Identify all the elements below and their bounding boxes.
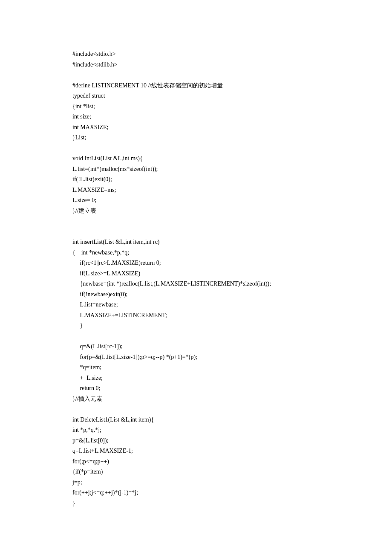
code-line: typedef struct <box>72 91 320 101</box>
code-line: int DeleteList1(List &L,int item){ <box>72 415 320 425</box>
code-line: ++L.size; <box>72 373 320 384</box>
code-line: {int *list; <box>72 101 320 112</box>
code-line: }List; <box>72 133 320 143</box>
code-line <box>72 227 320 237</box>
code-line: } <box>72 321 320 331</box>
code-line: j=p; <box>72 477 320 488</box>
code-line: L.MAXSIZE+=LISTINCREMENT; <box>72 310 320 321</box>
code-line: {if(*p=item) <box>72 467 320 477</box>
code-line: {newbase=(int *)realloc(L.list,(L.MAXSIZ… <box>72 279 320 289</box>
code-line: if(L.size>=L.MAXSIZE) <box>72 269 320 279</box>
code-line: if(!newbase)exit(0); <box>72 289 320 300</box>
code-line: int *p,*q,*j; <box>72 425 320 436</box>
code-line: for(p=&(L.list[L.size-1]);p>=q;--p) *(p+… <box>72 352 320 363</box>
code-line: { int *newbase,*p,*q; <box>72 248 320 258</box>
code-block: #include<stdio.h>#include<stdlib.h> #def… <box>72 49 320 509</box>
code-line <box>72 216 320 227</box>
code-line: return 0; <box>72 383 320 394</box>
code-line <box>72 404 320 415</box>
code-line: int MAXSIZE; <box>72 122 320 133</box>
code-line: }//插入元素 <box>72 394 320 405</box>
code-line <box>72 143 320 154</box>
code-line: if(rc<1||rc>L.MAXSIZE)return 0; <box>72 258 320 269</box>
code-line: L.MAXSIZE=ms; <box>72 185 320 196</box>
code-line <box>72 70 320 81</box>
code-line: }//建立表 <box>72 206 320 217</box>
code-line: q=&(L.list[rc-1]); <box>72 341 320 352</box>
code-line: p=&(L.list[0]); <box>72 436 320 446</box>
code-line: *q=item; <box>72 362 320 373</box>
code-line: for(;p<=q;p++) <box>72 457 320 467</box>
code-line: for(++j;j<=q;++j)*(j-1)=*j; <box>72 488 320 498</box>
code-line: q=L.list+L.MAXSIZE-1; <box>72 446 320 457</box>
code-line: L.size= 0; <box>72 195 320 206</box>
code-line: int size; <box>72 112 320 122</box>
code-line: L.list=newbase; <box>72 300 320 310</box>
code-line <box>72 331 320 342</box>
code-line: #include<stdlib.h> <box>72 60 320 70</box>
code-line: #include<stdio.h> <box>72 49 320 60</box>
code-line: L.list=(int*)malloc(ms*sizeof(int)); <box>72 164 320 175</box>
code-line: void IntList(List &L,int ms){ <box>72 153 320 164</box>
code-line: int insertList(List &L,int item,int rc) <box>72 237 320 248</box>
code-line: } <box>72 498 320 509</box>
document-page: #include<stdio.h>#include<stdlib.h> #def… <box>0 0 392 555</box>
code-line: #define LISTINCREMENT 10 //线性表存储空间的初始增量 <box>72 81 320 91</box>
code-line: if(!L.list)exit(0); <box>72 174 320 185</box>
